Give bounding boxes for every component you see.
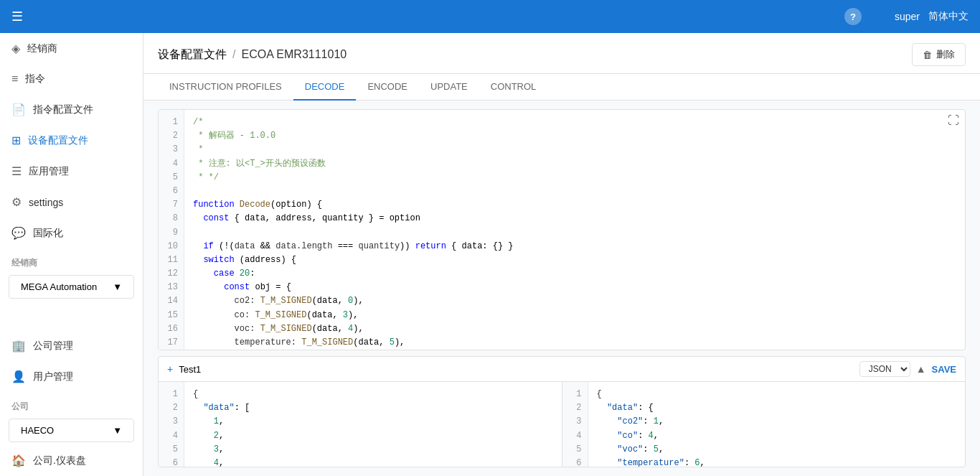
breadcrumb-current: ECOA EMR3111010 [241, 48, 347, 61]
tab-instruction-profiles[interactable]: INSTRUCTION PROFILES [158, 74, 293, 101]
test-output-line-numbers: 123456789 [562, 382, 588, 467]
top-header: ☰ ? 👤 super 简体中文 [0, 0, 980, 33]
test-panel-header-right: JSON ▲ SAVE [859, 361, 956, 377]
breadcrumb-separator: / [232, 48, 235, 61]
test-panel: + Test1 JSON ▲ SAVE 1234 [158, 356, 966, 467]
tab-encode[interactable]: ENCODE [356, 74, 419, 101]
main-layout: ◈ 经销商 ≡ 指令 📄 指令配置文件 ⊞ 设备配置文件 ☰ 应用管理 ⚙ se… [0, 33, 980, 476]
company-management-icon: 🏢 [11, 339, 26, 353]
dealer-section-label: 经销商 [0, 248, 143, 272]
sidebar-label-app-management: 应用管理 [29, 165, 69, 178]
content-area: 设备配置文件 / ECOA EMR3111010 🗑 删除 INSTRUCTIO… [143, 33, 980, 476]
line-numbers: 12345 678910 1112131415 1617181920 21222… [159, 110, 184, 350]
sidebar-item-company-management[interactable]: 🏢 公司管理 [0, 330, 143, 361]
sidebar-label-device-profile: 设备配置文件 [28, 134, 88, 147]
test-input-content: { "data": [ 1, 2, 3, 4, 5, 6, 7, [184, 382, 562, 467]
sidebar-item-company-dashboard[interactable]: 🏠 公司.仪表盘 [0, 445, 143, 476]
breadcrumb-parent[interactable]: 设备配置文件 [158, 47, 227, 62]
command-icon: ≡ [11, 73, 18, 85]
tab-update[interactable]: UPDATE [419, 74, 479, 101]
test-panel-header: + Test1 JSON ▲ SAVE [159, 357, 965, 382]
sidebar-item-settings[interactable]: ⚙ settings [0, 187, 143, 218]
sidebar-item-command[interactable]: ≡ 指令 [0, 64, 143, 94]
header-right: ? 👤 super 简体中文 [844, 8, 969, 25]
code-editor[interactable]: 12345 678910 1112131415 1617181920 21222… [159, 110, 965, 350]
delete-label: 删除 [936, 48, 955, 61]
instruction-profile-icon: 📄 [11, 103, 26, 116]
sidebar-label-company-management: 公司管理 [33, 340, 73, 353]
dealer-dropdown[interactable]: MEGA Automation ▼ [9, 275, 134, 299]
test-output-code: 123456789 { "data": { "co2": 1, "co": 4,… [562, 382, 966, 467]
company-dashboard-icon: 🏠 [11, 454, 26, 467]
device-profile-icon: ⊞ [11, 134, 21, 147]
user-icon: 👤 [870, 9, 886, 24]
username-label: super [895, 11, 920, 22]
app-management-icon: ☰ [11, 164, 22, 178]
help-icon[interactable]: ? [844, 8, 862, 25]
company-section-label: 公司 [0, 392, 143, 416]
trash-icon: 🗑 [923, 50, 932, 60]
settings-icon: ⚙ [11, 195, 22, 209]
company-dropdown-value: HAECO [21, 425, 54, 436]
sidebar-item-app-management[interactable]: ☰ 应用管理 [0, 156, 143, 187]
sidebar-label-company-dashboard: 公司.仪表盘 [33, 454, 86, 467]
i18n-icon: 💬 [11, 226, 26, 240]
sidebar-label-instruction-profile: 指令配置文件 [33, 103, 93, 116]
sidebar-label-user-management: 用户管理 [33, 370, 73, 383]
chevron-down-icon: ▼ [113, 281, 122, 292]
code-content: /* * 解码器 - 1.0.0 * * 注意: 以<T_>开头的预设函数 * … [184, 110, 965, 350]
sidebar-item-i18n[interactable]: 💬 国际化 [0, 218, 143, 248]
sidebar-label-i18n: 国际化 [33, 227, 63, 240]
sidebar-item-device-profile[interactable]: ⊞ 设备配置文件 [0, 125, 143, 156]
breadcrumb: 设备配置文件 / ECOA EMR3111010 [158, 47, 347, 62]
dealer-dropdown-value: MEGA Automation [21, 281, 97, 292]
header-left: ☰ [11, 9, 23, 24]
sidebar: ◈ 经销商 ≡ 指令 📄 指令配置文件 ⊞ 设备配置文件 ☰ 应用管理 ⚙ se… [0, 33, 143, 476]
company-dropdown[interactable]: HAECO ▼ [9, 419, 134, 442]
chevron-down-icon-company: ▼ [113, 425, 122, 436]
test-panel-body: 123456789 { "data": [ 1, 2, 3, 4, 5, 6, … [159, 382, 965, 467]
up-arrow-icon[interactable]: ▲ [916, 363, 926, 375]
delete-button[interactable]: 🗑 删除 [912, 43, 966, 66]
sidebar-label-settings: settings [29, 197, 63, 208]
fullscreen-icon[interactable]: ⛶ [948, 114, 959, 127]
test-output-content: { "data": { "co2": 1, "co": 4, "voc": 5,… [588, 382, 966, 467]
test-input-code[interactable]: 123456789 { "data": [ 1, 2, 3, 4, 5, 6, … [159, 382, 562, 467]
add-test-button[interactable]: + [167, 363, 173, 375]
dealer-icon: ◈ [11, 42, 20, 55]
code-panel: ⛶ 12345 678910 1112131415 1617181920 212… [158, 109, 966, 350]
sidebar-item-instruction-profile[interactable]: 📄 指令配置文件 [0, 94, 143, 125]
tabs-bar: INSTRUCTION PROFILES DECODE ENCODE UPDAT… [143, 74, 980, 101]
format-select[interactable]: JSON [859, 361, 910, 377]
language-selector[interactable]: 简体中文 [928, 10, 969, 23]
tab-decode[interactable]: DECODE [293, 74, 357, 101]
hamburger-icon[interactable]: ☰ [11, 9, 23, 24]
sidebar-item-user-management[interactable]: 👤 用户管理 [0, 361, 143, 392]
test-input-line-numbers: 123456789 [159, 382, 184, 467]
sidebar-item-dealer[interactable]: ◈ 经销商 [0, 33, 143, 64]
sidebar-label-command: 指令 [25, 73, 45, 85]
sidebar-label-dealer: 经销商 [27, 42, 57, 55]
test-panel-header-left: + Test1 [167, 363, 201, 375]
code-editor-container: ⛶ 12345 678910 1112131415 1617181920 212… [143, 101, 980, 476]
tab-control[interactable]: CONTROL [479, 74, 548, 101]
test-name-label: Test1 [179, 364, 201, 375]
breadcrumb-bar: 设备配置文件 / ECOA EMR3111010 🗑 删除 [143, 33, 980, 74]
user-management-icon: 👤 [11, 370, 26, 383]
save-button[interactable]: SAVE [932, 364, 956, 375]
